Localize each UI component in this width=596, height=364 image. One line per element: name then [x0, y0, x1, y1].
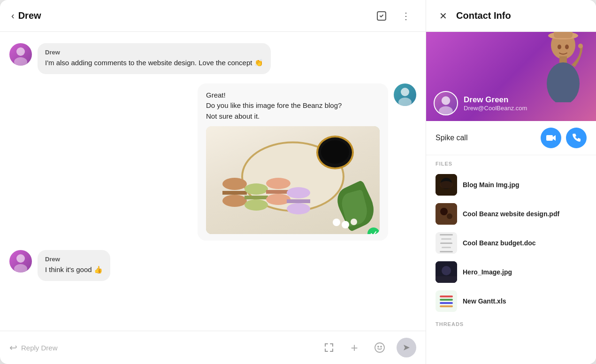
svg-point-16 [558, 45, 561, 49]
message-received-2: Drew I think it's good 👍 [9, 250, 282, 281]
svg-point-6 [14, 264, 27, 273]
svg-rect-29 [436, 276, 457, 283]
svg-point-25 [440, 208, 448, 215]
svg-point-18 [442, 96, 450, 105]
reply-indicator: ↩ Reply Drew [9, 342, 58, 353]
file-item-3[interactable]: Cool Beanz budget.doc [436, 228, 587, 258]
chat-header-left: ‹ Drew [11, 10, 41, 21]
bubble-sent-1: Great!Do you like this image fore the Be… [198, 83, 388, 241]
close-button[interactable]: ✕ [436, 8, 451, 23]
svg-point-4 [398, 98, 412, 106]
file-item-4[interactable]: Hero_Image.jpg [436, 258, 587, 287]
svg-point-3 [401, 88, 409, 96]
svg-point-1 [16, 47, 25, 56]
svg-point-17 [565, 45, 569, 49]
contact-hero-banner: Drew Green Drew@CoolBeanz.com [426, 32, 596, 121]
send-button[interactable] [397, 338, 416, 357]
svg-point-8 [378, 346, 379, 347]
bubble-received-1: Drew I'm also adding comments to the web… [38, 43, 271, 74]
contact-panel: ✕ Contact Info [426, 0, 596, 364]
avatar-drew-1 [9, 43, 32, 66]
file-name-3: Cool Beanz budget.doc [463, 239, 536, 247]
files-section-label: FILES [436, 161, 587, 167]
file-name-2: Cool Beanz website design.pdf [463, 210, 559, 218]
file-item-5[interactable]: New Gantt.xls [436, 287, 587, 316]
message-image [206, 126, 380, 234]
svg-rect-12 [554, 32, 573, 38]
phone-call-button[interactable] [566, 128, 587, 148]
file-thumb-4 [436, 261, 457, 283]
chat-panel: ‹ Drew ⋮ [0, 0, 426, 364]
chat-header: ‹ Drew ⋮ [0, 0, 426, 32]
svg-point-2 [14, 57, 27, 66]
file-name-4: Hero_Image.jpg [463, 268, 512, 276]
check-button[interactable] [373, 8, 390, 24]
chat-header-right: ⋮ [373, 8, 414, 24]
messages-area: Drew I'm also adding comments to the web… [0, 32, 426, 331]
file-item-1[interactable]: Blog Main Img.jpg [436, 170, 587, 199]
svg-point-23 [440, 181, 453, 189]
svg-point-9 [381, 346, 382, 347]
emoji-button[interactable] [371, 339, 388, 356]
bubble-received-2: Drew I think it's good 👍 [38, 250, 110, 281]
svg-point-15 [578, 44, 583, 48]
chat-footer: ↩ Reply Drew + [0, 331, 426, 364]
chat-title: Drew [18, 10, 41, 21]
back-button[interactable]: ‹ [11, 10, 15, 21]
sender-name-1: Drew [45, 49, 263, 56]
contact-email: Drew@CoolBeanz.com [464, 105, 527, 112]
spike-call-label: Spike call [436, 134, 467, 142]
avatar-drew-2 [9, 250, 32, 273]
file-thumb-5 [436, 290, 457, 312]
svg-point-19 [439, 106, 453, 115]
message-text-1: I'm also adding comments to the website … [45, 58, 263, 68]
contact-info-bar: Drew Green Drew@CoolBeanz.com [426, 85, 596, 121]
message-text-2: I think it's good 👍 [45, 265, 103, 275]
files-section: FILES Blog Main Img.jpg [426, 155, 596, 316]
message-text-sent-1: Great!Do you like this image fore the Be… [206, 90, 380, 122]
contact-info-title: Contact Info [456, 10, 511, 21]
contact-name-block: Drew Green Drew@CoolBeanz.com [464, 95, 527, 112]
file-item-2[interactable]: Cool Beanz website design.pdf [436, 199, 587, 228]
video-call-button[interactable] [541, 128, 561, 148]
message-sent-1: Great!Do you like this image fore the Be… [198, 83, 416, 241]
contact-header: ✕ Contact Info [426, 0, 596, 32]
footer-actions: + [321, 338, 416, 357]
contact-avatar-small [434, 91, 458, 115]
spike-call-section: Spike call [426, 121, 596, 155]
svg-rect-20 [546, 135, 553, 141]
file-name-1: Blog Main Img.jpg [463, 181, 520, 189]
svg-point-26 [447, 213, 452, 219]
message-received-1: Drew I'm also adding comments to the web… [9, 43, 282, 74]
call-buttons [541, 128, 587, 148]
file-thumb-1 [436, 174, 457, 196]
expand-button[interactable] [321, 339, 337, 356]
threads-section: THREADS [426, 316, 596, 331]
svg-point-7 [375, 343, 384, 352]
app-container: ‹ Drew ⋮ [0, 0, 596, 364]
avatar-sent-1 [394, 83, 416, 106]
file-thumb-3 [436, 232, 457, 254]
file-name-5: New Gantt.xls [463, 297, 506, 305]
threads-section-label: THREADS [436, 321, 587, 327]
svg-point-28 [442, 266, 451, 275]
reply-icon: ↩ [9, 342, 17, 353]
macaron-image [206, 126, 380, 234]
more-menu-button[interactable]: ⋮ [397, 8, 414, 24]
contact-name: Drew Green [464, 95, 527, 105]
sender-name-2: Drew [45, 256, 103, 263]
reply-placeholder: Reply Drew [21, 344, 58, 352]
add-button[interactable]: + [346, 339, 363, 356]
file-thumb-2 [436, 203, 457, 225]
svg-point-5 [16, 254, 25, 263]
